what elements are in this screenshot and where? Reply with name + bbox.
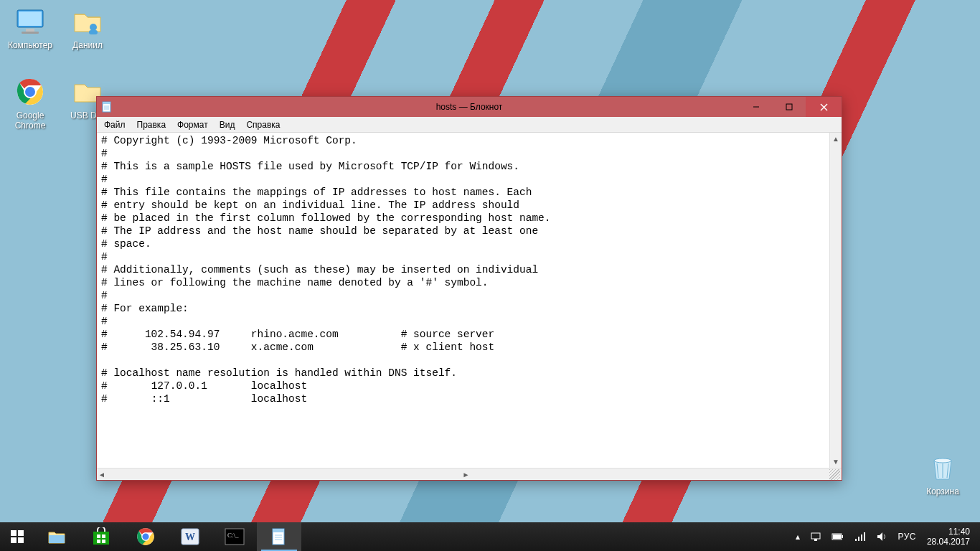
svg-rect-24: [93, 532, 109, 545]
desktop-icon-label: Google Chrome: [5, 110, 55, 131]
svg-text:W: W: [185, 532, 195, 542]
scroll-down-icon[interactable]: ▼: [830, 456, 842, 468]
chrome-icon: [13, 75, 47, 109]
menu-file[interactable]: Файл: [98, 118, 131, 131]
desktop-icon-user-folder[interactable]: Даниил: [62, 4, 113, 62]
tray-volume-icon[interactable]: [872, 532, 891, 542]
svg-text:C:\_: C:\_: [227, 532, 239, 539]
tray-show-hidden-icon[interactable]: ▴: [792, 532, 804, 542]
taskbar-item-cmd[interactable]: C:\_: [212, 522, 257, 551]
tray-action-center-icon[interactable]: [806, 531, 825, 542]
menu-edit[interactable]: Правка: [131, 118, 172, 131]
scroll-up-icon[interactable]: ▲: [830, 133, 842, 145]
taskbar-item-word[interactable]: W: [168, 522, 212, 551]
svg-rect-43: [842, 535, 843, 538]
minimize-button[interactable]: [740, 97, 773, 117]
desktop-icon-label: Корзина: [926, 486, 959, 496]
start-button[interactable]: [0, 522, 34, 551]
titlebar[interactable]: hosts — Блокнот: [97, 97, 842, 117]
system-tray: ▴ РУС 11:40 28.04.2017: [786, 522, 980, 551]
svg-rect-47: [861, 534, 862, 541]
svg-rect-28: [102, 540, 105, 543]
svg-rect-16: [786, 104, 792, 110]
desktop-icon-computer[interactable]: Компьютер: [4, 4, 56, 62]
desktop-icon-label: Даниил: [72, 40, 103, 50]
menubar: Файл Правка Формат Вид Справка: [97, 117, 842, 133]
notepad-app-icon: [97, 101, 117, 113]
svg-rect-37: [273, 529, 284, 532]
svg-rect-41: [811, 533, 820, 539]
svg-rect-44: [833, 534, 841, 539]
menu-format[interactable]: Формат: [171, 118, 214, 131]
scroll-left-icon[interactable]: ◄: [98, 471, 105, 479]
svg-point-9: [934, 458, 951, 463]
svg-rect-5: [89, 30, 98, 34]
scroll-right-icon[interactable]: ►: [463, 471, 470, 479]
svg-point-4: [90, 24, 97, 31]
recycle-bin-icon: [925, 451, 960, 485]
tray-time: 11:40: [927, 527, 970, 537]
editor-area: # Copyright (c) 1993-2009 Microsoft Corp…: [97, 133, 842, 468]
tray-battery-icon[interactable]: [828, 532, 848, 541]
svg-rect-22: [18, 537, 24, 543]
taskbar: W C:\_ ▴ РУС 11:40 28.04.2017: [0, 522, 980, 551]
svg-rect-48: [864, 532, 865, 541]
text-content[interactable]: # Copyright (c) 1993-2009 Microsoft Corp…: [97, 133, 829, 468]
tray-network-icon[interactable]: [851, 532, 870, 542]
svg-rect-11: [103, 102, 110, 104]
folder-user-icon: [70, 4, 105, 39]
svg-rect-3: [22, 32, 39, 34]
svg-rect-21: [11, 537, 17, 543]
resize-grip-icon[interactable]: [829, 469, 840, 480]
tray-date: 28.04.2017: [927, 537, 970, 547]
menu-view[interactable]: Вид: [214, 118, 241, 131]
svg-rect-26: [102, 534, 105, 538]
desktop-icon-recycle-bin[interactable]: Корзина: [917, 451, 969, 508]
svg-rect-1: [19, 11, 42, 26]
svg-rect-2: [26, 29, 34, 32]
svg-rect-20: [18, 530, 24, 536]
horizontal-scrollbar[interactable]: ◄ ►: [97, 468, 842, 480]
svg-rect-25: [97, 534, 100, 538]
notepad-window: hosts — Блокнот Файл Правка Формат Вид С…: [96, 96, 842, 481]
svg-rect-46: [858, 537, 859, 541]
svg-rect-23: [49, 535, 65, 543]
window-title: hosts — Блокнот: [97, 102, 842, 112]
taskbar-item-notepad[interactable]: [257, 522, 301, 551]
maximize-button[interactable]: [773, 97, 806, 117]
taskbar-item-chrome[interactable]: [123, 522, 168, 551]
svg-rect-19: [11, 530, 17, 536]
monitor-icon: [13, 4, 47, 39]
taskbar-item-store[interactable]: [79, 522, 123, 551]
desktop-icon-chrome[interactable]: Google Chrome: [4, 75, 56, 132]
tray-clock[interactable]: 11:40 28.04.2017: [923, 527, 974, 547]
taskbar-item-explorer[interactable]: [34, 522, 79, 551]
menu-help[interactable]: Справка: [240, 118, 286, 131]
svg-rect-45: [855, 539, 857, 541]
tray-language[interactable]: РУС: [894, 532, 920, 542]
vertical-scrollbar[interactable]: ▲ ▼: [829, 133, 842, 468]
desktop-icon-label: Компьютер: [8, 40, 52, 50]
close-button[interactable]: [806, 97, 842, 117]
window-controls: [740, 97, 842, 117]
svg-rect-27: [97, 540, 100, 543]
